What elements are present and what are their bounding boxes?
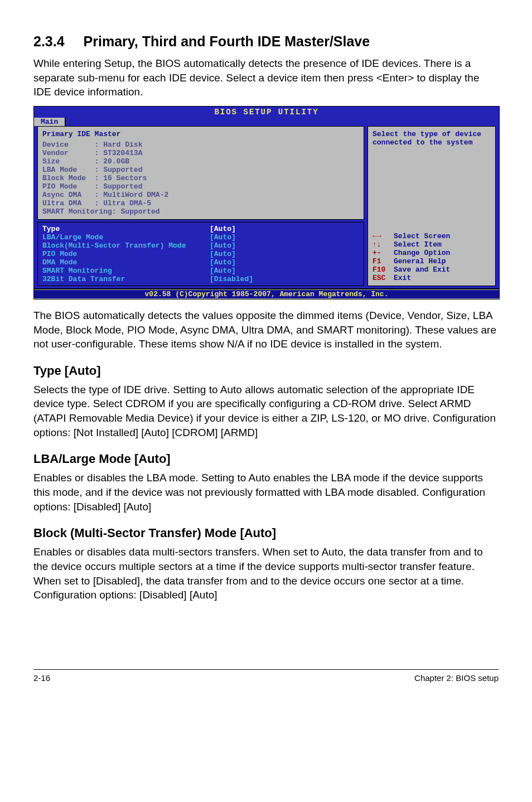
bios-help-key-row: ESCExit — [373, 274, 491, 282]
bios-option-label: LBA/Large Mode — [42, 233, 210, 241]
bios-help-text: Select the type of device connected to t… — [373, 130, 491, 147]
bios-option-label: PIO Mode — [42, 250, 210, 258]
bios-help-key: ESC — [373, 274, 394, 282]
bios-help-key: +- — [373, 249, 394, 257]
block-body: Enables or disables data multi-sectors t… — [33, 545, 499, 602]
post-bios-paragraph: The BIOS automatically detects the value… — [33, 308, 499, 351]
bios-option-value: [Auto] — [210, 225, 236, 233]
bios-help-panel: Select the type of device connected to t… — [367, 126, 496, 286]
bios-option-row[interactable]: DMA Mode[Auto] — [42, 258, 359, 267]
bios-tab-main[interactable]: Main — [34, 118, 66, 126]
bios-option-row[interactable]: Type[Auto] — [42, 225, 359, 233]
bios-option-row[interactable]: SMART Monitoring[Auto] — [42, 267, 359, 275]
bios-option-label: DMA Mode — [42, 258, 210, 267]
bios-help-key-row: F1General Help — [373, 257, 491, 265]
section-heading-text: Primary, Third and Fourth IDE Master/Sla… — [84, 33, 370, 49]
lba-heading: LBA/Large Mode [Auto] — [33, 452, 499, 466]
bios-footer: v02.58 (C)Copyright 1985-2007, American … — [34, 290, 499, 298]
bios-option-value: [Auto] — [210, 241, 236, 250]
bios-option-value: [Auto] — [210, 267, 236, 275]
bios-option-label: SMART Monitoring — [42, 267, 210, 275]
bios-help-key: F1 — [373, 257, 394, 265]
bios-panel-heading: Primary IDE Master — [42, 130, 359, 138]
bios-title: BIOS SETUP UTILITY — [34, 107, 499, 118]
bios-help-desc: Select Item — [394, 240, 442, 249]
block-heading: Block (Multi-Sector Transfer) Mode [Auto… — [33, 526, 499, 540]
bios-info-row: Ultra DMA : Ultra DMA-5 — [42, 199, 359, 207]
bios-help-key: F10 — [373, 265, 394, 274]
bios-info-row: Vendor : ST320413A — [42, 149, 359, 157]
bios-help-key: ←→ — [373, 232, 394, 240]
bios-info-row: LBA Mode : Supported — [42, 166, 359, 174]
bios-option-row[interactable]: 32Bit Data Transfer[Disabled] — [42, 275, 359, 283]
bios-help-key-row: +-Change Option — [373, 249, 491, 257]
type-body: Selects the type of IDE drive. Setting t… — [33, 383, 499, 440]
bios-help-desc: General Help — [394, 257, 446, 265]
section-title: 2.3.4Primary, Third and Fourth IDE Maste… — [33, 33, 499, 50]
type-heading: Type [Auto] — [33, 364, 499, 378]
section-number: 2.3.4 — [33, 33, 65, 50]
bios-screenshot: BIOS SETUP UTILITY Main Primary IDE Mast… — [33, 106, 500, 299]
bios-help-key-row: F10Save and Exit — [373, 265, 491, 274]
bios-option-value: [Disabled] — [210, 275, 253, 283]
bios-info-row: Size : 20.0GB — [42, 157, 359, 166]
bios-help-desc: Save and Exit — [394, 265, 450, 274]
lba-body: Enables or disables the LBA mode. Settin… — [33, 471, 499, 514]
page-number: 2-16 — [33, 673, 50, 683]
bios-option-value: [Auto] — [210, 250, 236, 258]
bios-option-label: Block(Multi-Sector Transfer) Mode — [42, 241, 210, 250]
bios-help-desc: Change Option — [394, 249, 450, 257]
bios-option-label: Type — [42, 225, 210, 233]
bios-options-panel: Type[Auto]LBA/Large Mode[Auto]Block(Mult… — [37, 222, 364, 286]
intro-paragraph: While entering Setup, the BIOS automatic… — [33, 56, 499, 99]
bios-help-desc: Exit — [394, 274, 411, 282]
page-footer: 2-16 Chapter 2: BIOS setup — [33, 669, 499, 683]
bios-info-panel: Primary IDE Master Device : Hard DiskVen… — [37, 126, 364, 220]
bios-help-key: ↑↓ — [373, 240, 394, 249]
bios-help-desc: Select Screen — [394, 232, 450, 240]
bios-option-value: [Auto] — [210, 258, 236, 267]
chapter-label: Chapter 2: BIOS setup — [414, 673, 499, 683]
bios-option-value: [Auto] — [210, 233, 236, 241]
bios-help-key-row: ↑↓Select Item — [373, 240, 491, 249]
bios-option-row[interactable]: PIO Mode[Auto] — [42, 250, 359, 258]
bios-option-row[interactable]: Block(Multi-Sector Transfer) Mode[Auto] — [42, 241, 359, 250]
bios-info-row: Device : Hard Disk — [42, 141, 359, 149]
bios-info-row: Async DMA : MultiWord DMA-2 — [42, 191, 359, 199]
bios-option-label: 32Bit Data Transfer — [42, 275, 210, 283]
bios-help-key-row: ←→Select Screen — [373, 232, 491, 240]
bios-info-row: PIO Mode : Supported — [42, 182, 359, 191]
bios-info-row: SMART Monitoring: Supported — [42, 207, 359, 216]
bios-info-row: Block Mode : 16 Sectors — [42, 174, 359, 182]
bios-option-row[interactable]: LBA/Large Mode[Auto] — [42, 233, 359, 241]
